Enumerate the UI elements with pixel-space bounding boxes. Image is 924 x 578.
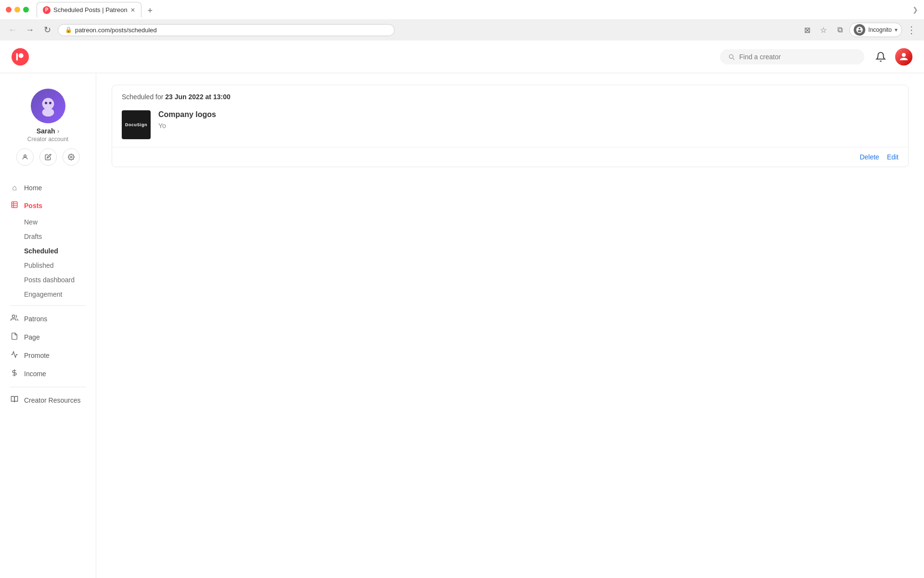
svg-rect-1	[16, 53, 18, 60]
card-footer: Delete Edit	[112, 147, 908, 167]
svg-point-5	[49, 102, 51, 104]
card-header: Scheduled for 23 Jun 2022 at 13:00	[112, 85, 908, 106]
browser-more-btn[interactable]: ⋮	[905, 23, 918, 37]
browser-close-btn[interactable]	[6, 7, 12, 13]
sidebar-home-label: Home	[24, 184, 42, 192]
sidebar-patrons-label: Patrons	[24, 315, 47, 323]
address-bar[interactable]: 🔒 patreon.com/posts/scheduled	[58, 24, 395, 36]
sidebar-income-label: Income	[24, 370, 46, 378]
browser-controls	[6, 7, 29, 13]
settings-icon	[68, 154, 75, 160]
view-profile-btn[interactable]	[16, 148, 34, 166]
header-search-container	[720, 49, 864, 65]
sidebar: Sarah › Creator account	[0, 73, 96, 578]
docusign-logo: DocuSign	[125, 122, 147, 128]
svg-point-0	[19, 53, 24, 58]
search-icon	[728, 53, 735, 61]
sidebar-page-label: Page	[24, 333, 40, 341]
card-body: DocuSign Company logos Yo	[112, 106, 908, 147]
bell-icon	[875, 52, 886, 62]
sidebar-promote-label: Promote	[24, 352, 50, 359]
income-icon	[10, 369, 19, 379]
post-thumbnail: DocuSign	[122, 110, 151, 139]
extensions-icon-btn[interactable]: ⧉	[833, 23, 847, 37]
sidebar-item-posts[interactable]: Posts	[0, 197, 96, 215]
posts-drafts-label: Drafts	[24, 233, 42, 240]
header-actions	[872, 48, 912, 66]
browser-minimize-btn[interactable]	[14, 7, 20, 13]
page-svg-icon	[11, 332, 18, 340]
sidebar-sub-item-drafts[interactable]: Drafts	[0, 229, 96, 244]
post-excerpt: Yo	[158, 122, 898, 130]
scheduled-for-label: Scheduled for	[122, 93, 163, 101]
tab-close-btn[interactable]: ✕	[130, 7, 135, 13]
new-tab-btn[interactable]: +	[143, 4, 157, 17]
sidebar-item-promote[interactable]: Promote	[0, 346, 96, 365]
profile-chevron-icon: ›	[57, 127, 60, 135]
sidebar-sub-item-published[interactable]: Published	[0, 258, 96, 273]
sidebar-item-page[interactable]: Page	[0, 328, 96, 346]
sidebar-posts-label: Posts	[24, 202, 42, 210]
patreon-logo-icon	[15, 52, 25, 62]
incognito-avatar-icon	[854, 24, 865, 36]
search-input[interactable]	[739, 53, 845, 61]
sidebar-profile: Sarah › Creator account	[0, 81, 96, 175]
sidebar-sub-item-scheduled[interactable]: Scheduled	[0, 244, 96, 258]
lock-icon: 🔒	[65, 26, 72, 33]
url-text: patreon.com/posts/scheduled	[75, 26, 157, 34]
incognito-badge[interactable]: Incognito ▾	[849, 23, 902, 37]
sidebar-sub-item-engagement[interactable]: Engagement	[0, 287, 96, 302]
incognito-label: Incognito	[868, 26, 892, 33]
sidebar-sub-item-posts-dashboard[interactable]: Posts dashboard	[0, 273, 96, 287]
income-svg-icon	[11, 369, 18, 377]
posts-new-label: New	[24, 218, 38, 226]
home-icon: ⌂	[10, 184, 19, 192]
active-tab[interactable]: P Scheduled Posts | Patreon ✕	[37, 2, 141, 17]
sidebar-item-home[interactable]: ⌂ Home	[0, 179, 96, 197]
scheduled-post-card: Scheduled for 23 Jun 2022 at 13:00 DocuS…	[112, 85, 909, 167]
notifications-btn[interactable]	[872, 48, 889, 66]
post-title: Company logos	[158, 110, 898, 119]
browser-tabs: P Scheduled Posts | Patreon ✕ +	[37, 2, 157, 17]
patrons-icon	[10, 314, 19, 324]
sidebar-item-creator-resources[interactable]: Creator Resources	[0, 391, 96, 409]
view-profile-icon	[22, 154, 28, 160]
posts-engagement-label: Engagement	[24, 290, 62, 298]
sidebar-sub-item-new[interactable]: New	[0, 215, 96, 229]
profile-avatar	[31, 89, 65, 123]
bookmark-icon-btn[interactable]: ☆	[817, 23, 830, 37]
sidebar-quick-icons	[16, 148, 80, 166]
window-chevron: ❯	[912, 5, 918, 14]
incognito-chevron-icon: ▾	[895, 26, 898, 33]
profile-avatar-icon	[38, 95, 59, 117]
tab-favicon: P	[43, 6, 51, 14]
svg-point-6	[24, 155, 26, 157]
svg-point-3	[42, 108, 54, 117]
forward-btn[interactable]: →	[23, 23, 37, 37]
user-avatar[interactable]	[895, 48, 912, 66]
scheduled-date: 23 Jun 2022 at 13:00	[165, 93, 230, 101]
browser-nav: ← → ↻ 🔒 patreon.com/posts/scheduled ⊠ ☆ …	[0, 19, 924, 40]
cast-icon-btn[interactable]: ⊠	[800, 23, 814, 37]
sidebar-item-income[interactable]: Income	[0, 365, 96, 383]
creator-resources-icon	[10, 395, 19, 405]
back-btn[interactable]: ←	[6, 23, 19, 37]
patrons-svg-icon	[11, 314, 18, 322]
sidebar-divider-2	[10, 387, 86, 387]
post-content: Company logos Yo	[158, 110, 898, 130]
edit-post-btn[interactable]	[39, 148, 57, 166]
delete-post-btn[interactable]: Delete	[860, 153, 879, 161]
profile-name-row[interactable]: Sarah ›	[37, 127, 60, 135]
settings-btn[interactable]	[63, 148, 80, 166]
refresh-btn[interactable]: ↻	[40, 23, 54, 37]
edit-post-btn[interactable]: Edit	[887, 153, 898, 161]
app: Sarah › Creator account	[0, 40, 924, 578]
sidebar-item-patrons[interactable]: Patrons	[0, 310, 96, 328]
browser-maximize-btn[interactable]	[23, 7, 29, 13]
app-header	[0, 40, 924, 73]
posts-published-label: Published	[24, 262, 54, 269]
svg-point-4	[44, 102, 47, 104]
promote-icon	[10, 351, 19, 360]
profile-label: Creator account	[27, 136, 68, 143]
svg-point-12	[12, 315, 14, 317]
